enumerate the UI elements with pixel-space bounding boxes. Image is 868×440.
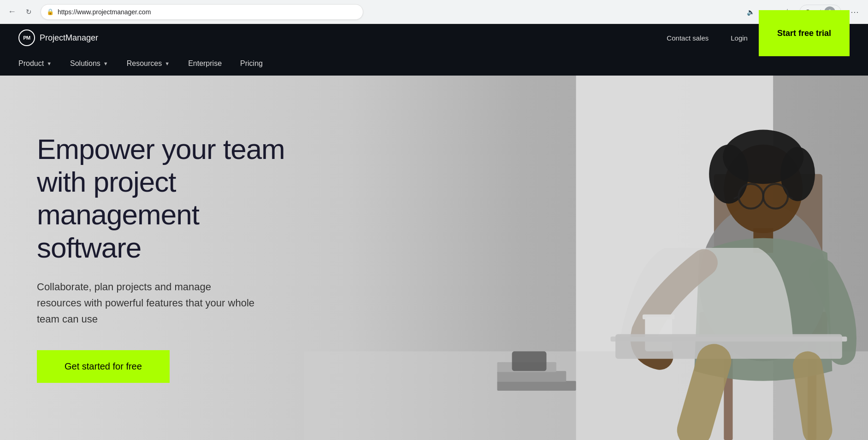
get-started-button[interactable]: Get started for free	[37, 350, 170, 383]
header-top: PM ProjectManager Contact sales Login St…	[0, 24, 868, 52]
back-button[interactable]: ←	[6, 6, 18, 18]
hero-section: Empower your team with project managemen…	[0, 76, 868, 440]
browser-nav-buttons: ← ↻	[6, 6, 35, 18]
url-text: https://www.projectmanager.com	[58, 8, 357, 16]
nav-item-pricing[interactable]: Pricing	[231, 52, 272, 76]
hero-headline: Empower your team with project managemen…	[37, 133, 286, 264]
nav-item-product[interactable]: Product ▼	[18, 52, 61, 76]
refresh-button[interactable]: ↻	[22, 6, 35, 18]
logo-icon: PM	[18, 29, 35, 46]
login-link[interactable]: Login	[720, 34, 759, 42]
lock-icon: 🔒	[47, 8, 54, 15]
address-bar[interactable]: 🔒 https://www.projectmanager.com	[41, 4, 363, 20]
nav-item-solutions[interactable]: Solutions ▼	[61, 52, 118, 76]
svg-rect-24	[512, 352, 547, 371]
header-top-right: Contact sales Login Start free trial	[655, 34, 850, 42]
website: PM ProjectManager Contact sales Login St…	[0, 24, 868, 440]
resources-chevron-icon: ▼	[165, 61, 170, 66]
browser-chrome: ← ↻ 🔒 https://www.projectmanager.com 🔈 ▶…	[0, 0, 868, 24]
solutions-chevron-icon: ▼	[103, 61, 108, 66]
logo-text: ProjectManager	[40, 33, 98, 43]
nav-item-enterprise[interactable]: Enterprise	[179, 52, 231, 76]
svg-rect-21	[497, 381, 576, 391]
contact-sales-link[interactable]: Contact sales	[655, 34, 720, 42]
main-navigation: Product ▼ Solutions ▼ Resources ▼ Enterp…	[0, 52, 868, 76]
svg-point-10	[780, 147, 815, 201]
hero-image	[304, 76, 868, 440]
hero-content: Empower your team with project managemen…	[0, 133, 286, 383]
svg-point-9	[709, 145, 749, 204]
nav-item-resources[interactable]: Resources ▼	[118, 52, 179, 76]
product-chevron-icon: ▼	[47, 61, 52, 66]
svg-rect-22	[497, 371, 567, 382]
start-trial-button[interactable]: Start free trial	[759, 10, 850, 56]
read-aloud-button[interactable]: 🔈	[744, 6, 757, 18]
hero-subtext: Collaborate, plan projects and manage re…	[37, 279, 258, 328]
logo-area[interactable]: PM ProjectManager	[18, 29, 98, 46]
site-header: PM ProjectManager Contact sales Login St…	[0, 24, 868, 76]
